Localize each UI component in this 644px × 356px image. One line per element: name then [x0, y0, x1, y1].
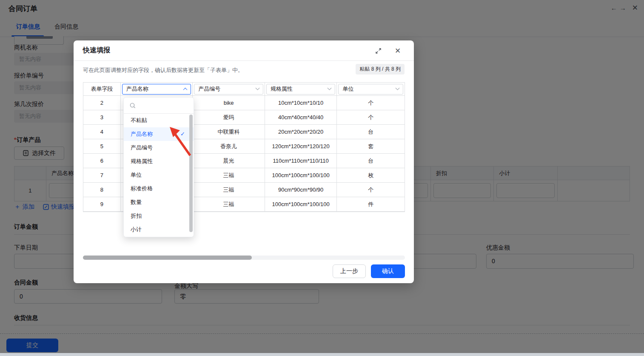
dropdown-option[interactable]: 小计 [124, 223, 194, 236]
mapping-table-cell: 三福 [193, 168, 265, 183]
modal-header: 快速填报 ✕ [74, 40, 414, 61]
chevron-down-icon [328, 86, 332, 90]
mapping-table-cell: 110cm*110cm*110/110 [265, 154, 337, 168]
field-header-cell: 表单字段 [83, 83, 121, 96]
dropdown-option[interactable]: 折扣 [124, 209, 194, 223]
mapping-table-cell: 三福 [193, 183, 265, 197]
column-field-select[interactable]: 产品编号 [194, 84, 263, 95]
quick-fill-modal: 快速填报 ✕ 可在此页面调整对应的字段，确认后数据将更新至「子表单」中。 粘贴 … [74, 40, 414, 283]
column-field-select[interactable]: 产品名称 [122, 84, 191, 95]
modal-hscrollbar-track[interactable] [83, 256, 405, 260]
search-icon [129, 102, 136, 109]
column-select-cell: 产品名称 [121, 83, 193, 96]
select-value: 单位 [342, 85, 353, 93]
column-select-cell: 规格属性 [265, 83, 337, 96]
mapping-table-cell: 9 [83, 197, 121, 212]
select-value: 产品名称 [126, 85, 148, 93]
prev-step-button[interactable]: 上一步 [333, 264, 366, 278]
annotation-arrow [168, 126, 194, 159]
mapping-table-cell: 8 [83, 183, 121, 197]
mapping-table-cell: 3 [83, 110, 121, 125]
column-field-select[interactable]: 规格属性 [266, 84, 336, 95]
mapping-table-cell: 10cm*10cm*10/10 [265, 96, 337, 110]
modal-hscrollbar-thumb[interactable] [83, 256, 252, 260]
column-select-cell: 单位 [337, 83, 405, 96]
paste-columns-badge: 粘贴 8 列 / 共 8 列 [356, 64, 405, 75]
mapping-table-cell: 晨光 [193, 154, 265, 168]
expand-icon[interactable] [374, 46, 382, 55]
mapping-table-cell: 120cm*120cm*120/120 [265, 139, 337, 154]
dropdown-option[interactable]: 单位 [124, 168, 194, 182]
column-select-cell: 产品编号 [193, 83, 265, 96]
dropdown-option[interactable]: 数量 [124, 195, 194, 209]
mapping-table-header: 表单字段产品名称产品编号规格属性单位 [83, 83, 405, 96]
mapping-table-cell: 枚 [337, 168, 405, 183]
modal-close-icon[interactable]: ✕ [393, 46, 402, 55]
dropdown-search-input[interactable] [124, 98, 194, 114]
chevron-down-icon [396, 86, 400, 90]
mapping-table-cell: 5 [83, 139, 121, 154]
mapping-table-cell: 20cm*20cm*20/20 [265, 125, 337, 139]
chevron-down-icon [255, 86, 259, 90]
mapping-table-cell: 40cm*40cm*40/40 [265, 110, 337, 125]
chevron-up-icon [183, 87, 188, 92]
confirm-button[interactable]: 确认 [371, 264, 405, 278]
mapping-table-cell: 台 [337, 154, 405, 168]
mapping-table-cell: 100cm*100cm*100/100 [265, 197, 337, 212]
mapping-table-cell: 90cm*90cm*90/90 [265, 183, 337, 197]
column-field-select[interactable]: 单位 [338, 84, 403, 95]
modal-description: 可在此页面调整对应的字段，确认后数据将更新至「子表单」中。 [83, 66, 243, 74]
select-value: 规格属性 [271, 85, 293, 93]
mapping-table-cell: 个 [337, 183, 405, 197]
select-value: 产品编号 [198, 85, 220, 93]
field-dropdown: 不粘贴产品名称✓产品编号规格属性单位标准价格数量折扣小计 [123, 97, 194, 237]
mapping-table-cell: 2 [83, 96, 121, 110]
mapping-table-cell: 个 [337, 96, 405, 110]
mapping-table-cell: 三福 [193, 197, 265, 212]
mapping-table-cell: 7 [83, 168, 121, 183]
mapping-table-cell: 中联重科 [193, 125, 265, 139]
mapping-table-cell: 香奈儿 [193, 139, 265, 154]
mapping-table-cell: 6 [83, 154, 121, 168]
bottom-scrollbar-strip[interactable] [0, 353, 644, 356]
mapping-table-cell: 套 [337, 139, 405, 154]
mapping-table-cell: 台 [337, 125, 405, 139]
mapping-table-cell: 爱玛 [193, 110, 265, 125]
mapping-table-cell: 件 [337, 197, 405, 212]
mapping-table-cell: 100cm*100cm*100/100 [265, 168, 337, 183]
dropdown-option[interactable]: 标准价格 [124, 182, 194, 195]
mapping-table-cell: 个 [337, 110, 405, 125]
mapping-table-cell: 4 [83, 125, 121, 139]
modal-title: 快速填报 [83, 46, 110, 55]
mapping-table-cell: bike [193, 96, 265, 110]
